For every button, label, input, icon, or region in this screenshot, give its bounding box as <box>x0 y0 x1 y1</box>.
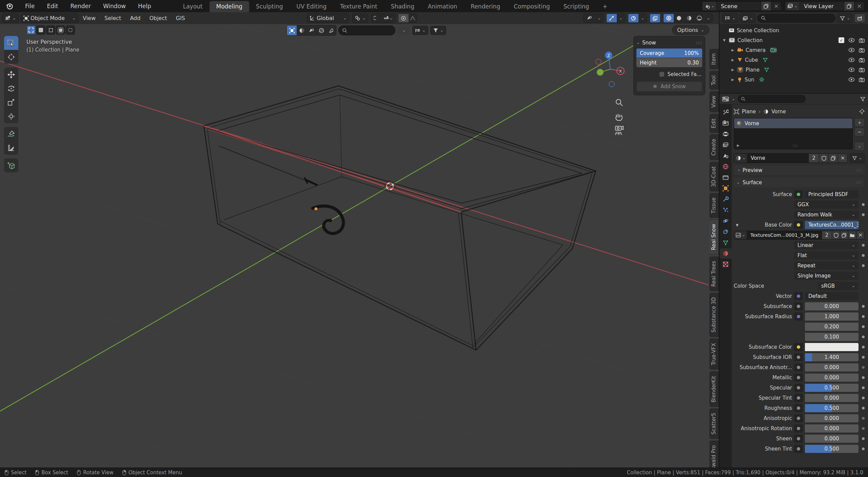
asset-type-scene-button[interactable] <box>307 25 316 35</box>
menu-edit[interactable]: Edit <box>41 0 64 12</box>
nav-material-tab[interactable] <box>719 248 732 259</box>
collection-checkbox[interactable]: ✓ <box>839 37 844 43</box>
material-slot-list[interactable]: Vorne ▶ ∷∷ <box>734 118 853 149</box>
nav-object-data-tab[interactable] <box>719 237 732 248</box>
options-dropdown[interactable]: Options ⌄ <box>672 25 709 35</box>
decorator-dot[interactable] <box>862 315 865 318</box>
eye-icon[interactable] <box>848 58 855 62</box>
subsurface-slider[interactable]: 0.000 <box>805 302 859 310</box>
expand-icon[interactable]: ▶ <box>736 144 740 148</box>
unlink-material-button[interactable]: ✕ <box>838 154 847 163</box>
sidebar-tab-scatter5[interactable]: Scatter5 <box>709 408 719 439</box>
pan-hand-icon[interactable] <box>616 114 622 120</box>
sheen-slider[interactable]: 0.000 <box>805 435 859 443</box>
snap-settings-dropdown[interactable]: ⌄ <box>381 14 395 22</box>
tool-annotate[interactable] <box>4 127 18 141</box>
preview-panel-header[interactable]: ⌄ Preview ∷∷ <box>734 166 865 175</box>
outliner-filter-dropdown[interactable]: ⌄ <box>837 14 853 23</box>
distribution-dropdown[interactable]: GGX⌄ <box>794 201 859 209</box>
sidebar-tab-view[interactable]: View <box>709 91 719 112</box>
decorator-dot[interactable] <box>862 213 865 216</box>
tab-sculpting[interactable]: Sculpting <box>249 1 290 12</box>
material-browse-button[interactable]: ⌄ <box>734 154 748 163</box>
specular-tint-slider[interactable]: 0.000 <box>805 394 859 402</box>
decorator-dot[interactable] <box>862 386 865 389</box>
perspective-toggle-icon[interactable] <box>615 132 622 135</box>
source-dropdown[interactable]: Single Image⌄ <box>794 272 859 280</box>
view-layer-name[interactable]: View Layer <box>800 3 844 9</box>
sheen-tint-slider[interactable]: 0.500 <box>805 445 859 453</box>
tool-cursor[interactable] <box>4 50 18 64</box>
decorator-dot[interactable] <box>862 254 865 257</box>
view-layer-remove-button[interactable]: ✕ <box>854 2 864 11</box>
image-name-input[interactable]: TexturesCom...0001_3_M.jpg <box>747 232 822 238</box>
asset-type-brush-button[interactable] <box>326 25 336 35</box>
shading-settings-dropdown[interactable]: ⌄ <box>704 14 712 22</box>
surface-panel-header[interactable]: ⌄ Surface ∷∷ <box>734 178 865 187</box>
roughness-slider[interactable]: 0.500 <box>805 404 859 412</box>
panel-collapse-icon[interactable]: ⌄ <box>636 41 640 44</box>
menu-view[interactable]: View <box>78 15 100 21</box>
decorator-dot[interactable] <box>862 264 865 267</box>
sidebar-tab-edit[interactable]: Edit <box>709 114 719 133</box>
expand-icon[interactable]: ▶ <box>731 68 735 72</box>
tab-uv-editing[interactable]: UV Editing <box>290 1 333 12</box>
expand-icon[interactable]: ▼ <box>722 38 726 42</box>
material-slot-vorne[interactable]: Vorne <box>734 118 852 128</box>
add-snow-button[interactable]: ❄ Add Snow <box>636 81 702 92</box>
camera-visibility-icon[interactable] <box>859 38 865 43</box>
breadcrumb-object[interactable]: Plane <box>742 109 756 115</box>
tool-add-primitive[interactable] <box>4 158 18 172</box>
properties-search-input[interactable] <box>738 95 806 103</box>
outliner-row-camera[interactable]: ▶ Camera <box>722 45 866 55</box>
chevron-down-icon[interactable]: ⌄ <box>595 14 603 22</box>
overlays-settings-dropdown[interactable]: ⌄ <box>638 14 647 22</box>
outliner-search-input[interactable] <box>757 14 835 22</box>
subsurface-radius-y[interactable]: 0.200 <box>805 323 859 331</box>
tab-shading[interactable]: Shading <box>384 1 421 12</box>
subsurface-ior-slider[interactable]: 1.400 <box>805 353 859 361</box>
tab-layout[interactable]: Layout <box>176 1 210 12</box>
decorator-dot[interactable] <box>862 427 865 430</box>
snap-toggle[interactable] <box>371 14 381 22</box>
sidebar-tab-true-vfx[interactable]: True-VFX <box>709 339 719 370</box>
menu-window[interactable]: Window <box>97 0 132 12</box>
expand-icon[interactable]: ▶ <box>731 78 735 81</box>
pivot-point-dropdown[interactable]: ⌄ <box>352 14 368 23</box>
expand-icon[interactable]: ▶ <box>731 48 735 52</box>
tab-animation[interactable]: Animation <box>421 1 464 12</box>
add-workspace-button[interactable]: + <box>596 1 614 12</box>
open-image-folder-button[interactable] <box>848 231 856 239</box>
outliner-row-plane[interactable]: ▶ Plane <box>722 65 866 75</box>
metallic-slider[interactable]: 0.000 <box>805 374 859 382</box>
subsurface-color-swatch[interactable] <box>805 343 859 351</box>
panel-grip[interactable]: ∷∷ <box>696 40 702 45</box>
nav-world-tab[interactable] <box>719 161 732 172</box>
copy-image-button[interactable] <box>840 231 848 239</box>
tab-scripting[interactable]: Scripting <box>557 1 596 12</box>
material-name-input[interactable]: Vorne <box>748 155 808 161</box>
nav-particles-tab[interactable] <box>719 205 732 215</box>
nav-constraints-tab[interactable] <box>719 227 732 237</box>
shading-material-button[interactable] <box>684 14 694 22</box>
new-material-copy-button[interactable] <box>828 154 838 163</box>
extension-dropdown[interactable]: Repeat⌄ <box>794 262 859 270</box>
decorator-dot[interactable] <box>862 397 865 399</box>
decorator-dot[interactable] <box>862 305 865 308</box>
scene-browse-button[interactable]: ⌄ <box>702 2 717 11</box>
nav-physics-tab[interactable] <box>719 216 732 226</box>
nav-collection-tab[interactable] <box>719 172 732 183</box>
asset-categories-button[interactable]: ⌄ <box>397 25 410 35</box>
camera-visibility-icon[interactable] <box>859 68 865 72</box>
filter-dropdown[interactable]: ⌄ <box>430 26 446 35</box>
tab-rendering[interactable]: Rendering <box>464 1 507 12</box>
proportional-falloff-dropdown[interactable] <box>409 14 417 22</box>
outliner-row-scene-collection[interactable]: Scene Collection <box>722 25 866 35</box>
breadcrumb-material[interactable]: Vorne <box>771 109 786 115</box>
decorator-dot[interactable] <box>862 366 865 369</box>
subsurface-anisotropy-slider[interactable]: 0.000 <box>805 363 859 371</box>
view-layer-browse-button[interactable]: ⌄ <box>785 2 800 11</box>
tool-select-box[interactable] <box>4 36 18 50</box>
material-users-button[interactable]: 2 <box>808 154 819 163</box>
outliner-display-mode-dropdown[interactable]: ⌄ <box>722 14 738 23</box>
